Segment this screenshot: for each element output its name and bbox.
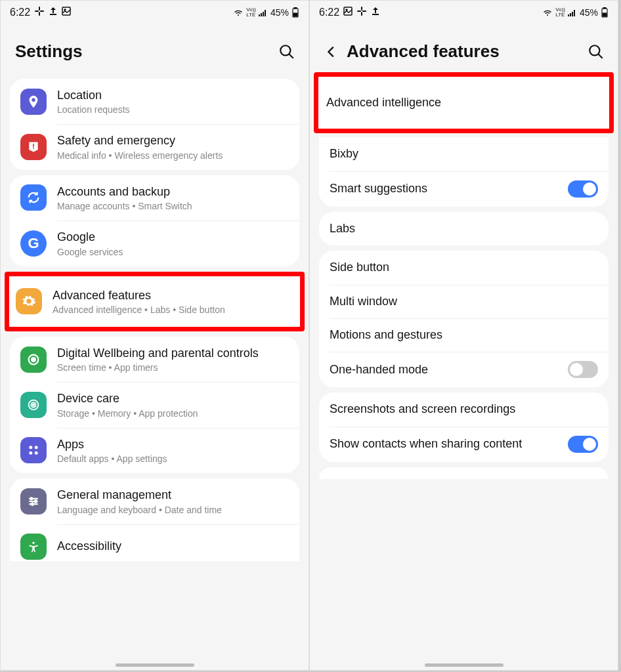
search-button[interactable] — [278, 43, 295, 60]
svg-line-49 — [598, 54, 603, 58]
settings-item-accessibility[interactable]: Accessibility — [10, 524, 299, 561]
item-labs[interactable]: Labs — [319, 212, 609, 245]
item-title: Advanced features — [53, 288, 293, 303]
item-title: One-handed mode — [330, 362, 568, 377]
item-subtitle: Default apps • App settings — [57, 453, 289, 464]
volte-icon: Vo))LTE — [246, 7, 256, 18]
svg-line-15 — [289, 54, 293, 58]
svg-rect-40 — [372, 14, 379, 15]
settings-group: Location Location requests Safety and em… — [10, 79, 299, 170]
item-title: Multi window — [330, 294, 598, 309]
sliders-icon — [20, 488, 47, 514]
item-one-handed-mode[interactable]: One-handed mode — [319, 352, 609, 387]
settings-group: Digital Wellbeing and parental controls … — [10, 337, 299, 473]
svg-rect-38 — [357, 10, 361, 12]
settings-item-apps[interactable]: Apps Default apps • App settings — [10, 428, 299, 473]
toggle-smart-suggestions[interactable] — [568, 180, 598, 198]
phone-right: 6:22 Vo))LTE 45% Advanced features — [309, 0, 618, 671]
features-group: Labs — [319, 212, 609, 245]
device-care-icon — [20, 392, 47, 418]
item-title: Screenshots and screen recordings — [330, 402, 598, 417]
item-title: Safety and emergency — [57, 133, 289, 148]
svg-rect-13 — [293, 13, 297, 16]
status-time: 6:22 — [10, 7, 30, 18]
svg-point-31 — [35, 500, 37, 502]
item-title: Show contacts when sharing content — [330, 436, 568, 452]
svg-rect-16 — [33, 144, 34, 147]
features-group: Bixby Smart suggestions — [319, 137, 609, 206]
item-smart-suggestions[interactable]: Smart suggestions — [319, 171, 609, 207]
slack-icon — [34, 6, 45, 19]
battery-text: 45% — [580, 7, 598, 18]
item-title: Labs — [330, 221, 598, 236]
item-title: Accessibility — [57, 539, 289, 554]
settings-item-safety[interactable]: Safety and emergency Medical info • Wire… — [10, 124, 299, 169]
settings-item-wellbeing[interactable]: Digital Wellbeing and parental controls … — [10, 337, 299, 382]
item-motions-gestures[interactable]: Motions and gestures — [319, 318, 609, 352]
battery-text: 45% — [270, 7, 289, 18]
svg-point-23 — [29, 446, 32, 450]
svg-rect-37 — [361, 12, 362, 16]
item-side-button[interactable]: Side button — [319, 251, 609, 284]
svg-rect-12 — [294, 8, 297, 9]
google-icon: G — [20, 230, 47, 257]
upload-icon — [49, 7, 58, 18]
signal-icon — [259, 9, 268, 16]
nav-handle[interactable] — [425, 663, 503, 667]
svg-rect-42 — [570, 13, 571, 16]
svg-rect-7 — [259, 14, 260, 16]
toggle-show-contacts[interactable] — [568, 436, 598, 453]
settings-item-general[interactable]: General management Language and keyboard… — [10, 478, 299, 524]
item-title: General management — [57, 488, 289, 503]
settings-item-google[interactable]: G Google Google services — [10, 220, 299, 266]
battery-icon — [601, 7, 609, 18]
settings-item-device-care[interactable]: Device care Storage • Memory • App prote… — [10, 382, 299, 427]
highlight-advanced-features: Advanced features Advanced intelligence … — [5, 272, 305, 331]
signal-icon — [568, 9, 577, 16]
item-subtitle: Location requests — [57, 104, 289, 115]
wifi-icon — [233, 9, 244, 16]
slack-icon — [356, 6, 367, 19]
item-screenshots[interactable]: Screenshots and screen recordings — [319, 392, 609, 426]
highlight-advanced-intelligence: Advanced intelligence — [314, 72, 614, 133]
item-advanced-intelligence[interactable]: Advanced intelligence — [318, 77, 609, 129]
svg-rect-10 — [265, 10, 266, 16]
svg-rect-9 — [263, 12, 264, 16]
svg-point-35 — [346, 9, 347, 10]
location-icon — [20, 89, 47, 115]
battery-icon — [291, 7, 299, 18]
volte-icon: Vo))LTE — [555, 7, 565, 18]
svg-point-25 — [29, 452, 32, 455]
gear-icon — [16, 288, 42, 314]
search-button[interactable] — [588, 43, 605, 60]
toggle-one-handed[interactable] — [568, 361, 598, 378]
svg-point-6 — [64, 9, 66, 10]
item-bixby[interactable]: Bixby — [319, 137, 609, 171]
alert-icon — [20, 134, 47, 160]
settings-item-location[interactable]: Location Location requests — [10, 79, 299, 124]
settings-item-accounts[interactable]: Accounts and backup Manage accounts • Sm… — [10, 175, 299, 220]
item-title: Advanced intelligence — [326, 95, 601, 110]
wifi-icon — [542, 9, 553, 16]
svg-rect-8 — [261, 13, 262, 16]
item-multi-window[interactable]: Multi window — [319, 285, 609, 318]
features-group: Side button Multi window Motions and ges… — [319, 251, 609, 387]
svg-rect-39 — [362, 10, 366, 12]
features-group: Screenshots and screen recordings Show c… — [319, 392, 609, 461]
settings-item-advanced-features[interactable]: Advanced features Advanced intelligence … — [9, 276, 300, 327]
item-show-contacts[interactable]: Show contacts when sharing content — [319, 427, 609, 462]
image-icon — [62, 7, 71, 18]
nav-handle[interactable] — [116, 663, 194, 667]
item-subtitle: Advanced intelligence • Labs • Side butt… — [53, 304, 293, 315]
svg-point-33 — [32, 541, 34, 543]
item-subtitle: Screen time • App timers — [57, 362, 289, 373]
page-title: Advanced features — [347, 41, 500, 62]
svg-rect-36 — [361, 7, 362, 10]
svg-point-19 — [32, 358, 35, 362]
item-title: Apps — [57, 437, 289, 452]
svg-rect-43 — [572, 12, 573, 16]
features-group-peek — [319, 467, 609, 479]
settings-group: General management Language and keyboard… — [10, 478, 299, 560]
svg-rect-17 — [33, 148, 34, 149]
back-button[interactable] — [324, 45, 339, 59]
